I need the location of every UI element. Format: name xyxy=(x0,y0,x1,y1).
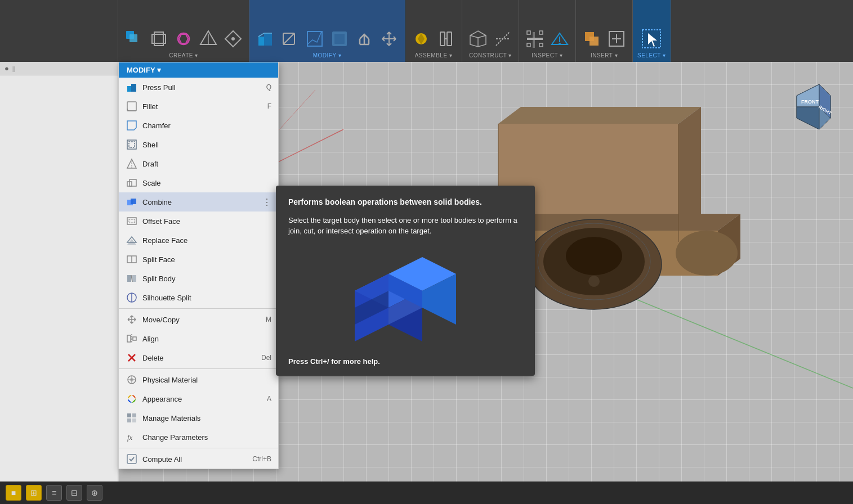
menu-item-appearance[interactable]: Appearance A xyxy=(119,389,278,408)
menu-item-physical-material[interactable]: Physical Material xyxy=(119,370,278,389)
svg-point-96 xyxy=(566,237,622,275)
svg-rect-38 xyxy=(131,84,136,92)
delete-shortcut: Del xyxy=(261,354,271,362)
menu-item-fillet[interactable]: Fillet F xyxy=(119,97,278,116)
fillet-icon xyxy=(126,100,138,112)
create-label[interactable]: CREATE ▾ xyxy=(169,52,198,58)
menu-item-silhouette-split[interactable]: Silhouette Split xyxy=(119,288,278,307)
inspect-label[interactable]: INSPECT ▾ xyxy=(532,52,562,58)
svg-rect-54 xyxy=(132,275,136,282)
menu-item-scale[interactable]: Scale xyxy=(119,173,278,192)
bottom-btn-5[interactable]: ⊕ xyxy=(87,485,102,501)
move-copy-label: Move/Copy xyxy=(142,316,266,324)
compute-all-label: Compute All xyxy=(142,455,252,464)
menu-item-offset-face[interactable]: Offset Face xyxy=(119,212,278,231)
construct-icon-1[interactable] xyxy=(467,28,489,50)
menu-item-split-face[interactable]: Split Face xyxy=(119,250,278,269)
combine-label: Combine xyxy=(142,198,260,206)
compute-all-shortcut: Ctrl+B xyxy=(252,455,271,463)
menu-item-move-copy[interactable]: Move/Copy M xyxy=(119,310,278,329)
create-icon-1[interactable] xyxy=(123,28,145,50)
assemble-label[interactable]: ASSEMBLE ▾ xyxy=(415,52,453,58)
delete-icon xyxy=(126,352,138,364)
menu-item-shell[interactable]: Shell xyxy=(119,135,278,154)
svg-rect-48 xyxy=(131,199,136,204)
sidebar-collapse-icon[interactable]: ● xyxy=(5,64,9,73)
draft-label: Draft xyxy=(142,160,271,168)
nav-cube[interactable]: FRONT RIGHT xyxy=(785,79,836,129)
svg-rect-49 xyxy=(127,218,136,224)
menu-item-split-body[interactable]: Split Body xyxy=(119,269,278,288)
combine-more-icon[interactable]: ⋮ xyxy=(262,197,271,208)
modify-header-label: MODIFY ▾ xyxy=(127,66,161,74)
svg-rect-58 xyxy=(127,335,131,342)
create-icon-3[interactable] xyxy=(172,28,195,50)
menu-item-combine[interactable]: Combine ⋮ xyxy=(119,192,278,212)
svg-rect-24 xyxy=(527,31,530,34)
assemble-icon-2[interactable] xyxy=(435,28,457,50)
bottom-btn-2[interactable]: ⊞ xyxy=(26,485,42,501)
svg-marker-86 xyxy=(498,107,701,124)
bottom-bar: ■ ⊞ ≡ ⊟ ⊕ xyxy=(0,482,853,504)
modify-icon-4[interactable] xyxy=(328,28,351,50)
bottom-btn-4[interactable]: ⊟ xyxy=(66,485,82,501)
modify-dropdown-header[interactable]: MODIFY ▾ xyxy=(119,62,278,78)
construct-icon-2[interactable] xyxy=(492,28,514,50)
menu-item-chamfer[interactable]: Chamfer xyxy=(119,116,278,135)
divider-3 xyxy=(119,448,278,448)
menu-item-press-pull[interactable]: Press Pull Q xyxy=(119,78,278,97)
select-icon[interactable] xyxy=(640,28,663,50)
insert-icon-2[interactable] xyxy=(605,28,628,50)
create-icon-2[interactable] xyxy=(148,28,170,50)
construct-label[interactable]: CONSTRUCT ▾ xyxy=(469,52,512,58)
svg-point-7 xyxy=(231,37,235,40)
menu-item-manage-materials[interactable]: Manage Materials xyxy=(119,408,278,428)
menu-item-compute-all[interactable]: Compute All Ctrl+B xyxy=(119,449,278,469)
modify-icon-3[interactable] xyxy=(303,28,326,50)
press-pull-shortcut: Q xyxy=(266,83,271,91)
menu-item-align[interactable]: Align xyxy=(119,329,278,348)
toolbar-inspect: INSPECT ▾ xyxy=(519,0,576,62)
svg-rect-71 xyxy=(132,418,136,422)
appearance-label: Appearance xyxy=(142,395,267,403)
svg-rect-31 xyxy=(589,37,599,46)
create-icon-4[interactable] xyxy=(197,28,220,50)
menu-item-change-parameters[interactable]: fx Change Parameters xyxy=(119,428,278,447)
shell-label: Shell xyxy=(142,141,271,149)
select-label[interactable]: SELECT ▾ xyxy=(637,52,666,58)
inspect-icon-1[interactable] xyxy=(524,28,546,50)
delete-label: Delete xyxy=(142,354,261,362)
menu-item-draft[interactable]: Draft xyxy=(119,154,278,173)
replace-face-icon xyxy=(126,234,138,246)
svg-rect-37 xyxy=(127,86,131,92)
tooltip-title: Performs boolean operations between soli… xyxy=(288,197,522,208)
assemble-icon-1[interactable] xyxy=(410,28,432,50)
offset-face-label: Offset Face xyxy=(142,217,271,226)
bottom-btn-3[interactable]: ≡ xyxy=(46,485,62,501)
inspect-icon-2[interactable] xyxy=(548,28,571,50)
modify-icon-1[interactable] xyxy=(254,28,276,50)
svg-rect-68 xyxy=(127,413,131,417)
modify-label[interactable]: MODIFY ▾ xyxy=(313,52,341,58)
shell-icon xyxy=(126,138,138,151)
svg-marker-40 xyxy=(127,121,136,130)
svg-point-98 xyxy=(588,276,600,287)
toolbar-create: CREATE ▾ xyxy=(118,0,249,62)
create-icon-5[interactable] xyxy=(222,28,244,50)
svg-text:fx: fx xyxy=(127,433,133,442)
bottom-btn-1[interactable]: ■ xyxy=(6,485,21,501)
modify-icon-2[interactable] xyxy=(279,28,301,50)
scale-icon xyxy=(126,177,138,189)
menu-item-delete[interactable]: Delete Del xyxy=(119,348,278,367)
sidebar-header: ● || xyxy=(0,62,118,75)
svg-rect-11 xyxy=(307,32,322,46)
fillet-label: Fillet xyxy=(142,102,267,111)
svg-rect-27 xyxy=(539,43,543,47)
modify-icon-move[interactable] xyxy=(378,28,400,50)
insert-label[interactable]: INSERT ▾ xyxy=(591,52,618,58)
sidebar-expand-icon[interactable]: || xyxy=(12,65,16,72)
modify-icon-5[interactable] xyxy=(353,28,376,50)
menu-item-replace-face[interactable]: Replace Face xyxy=(119,231,278,250)
insert-icon-1[interactable] xyxy=(580,28,603,50)
move-copy-icon xyxy=(126,313,138,326)
